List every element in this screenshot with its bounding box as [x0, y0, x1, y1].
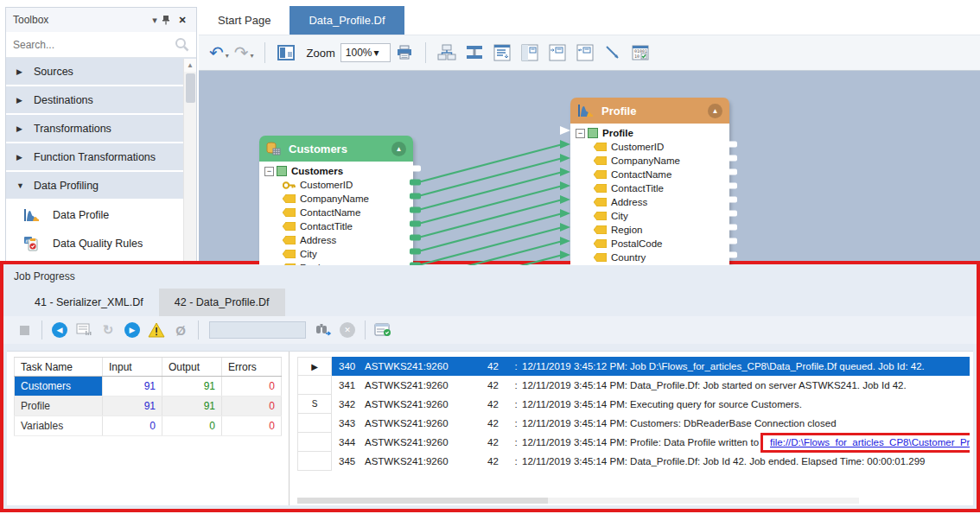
list-order-icon[interactable]: [491, 41, 513, 64]
field-contactname[interactable]: ContactName: [264, 206, 413, 219]
column-header-task-name[interactable]: Task Name: [14, 358, 103, 376]
field-region[interactable]: Region: [576, 223, 729, 237]
expand-all-icon[interactable]: [574, 41, 596, 64]
row-selector-cell[interactable]: [297, 433, 332, 452]
log-row-content[interactable]: 343ASTWKS241:926042:12/11/2019 3:45:14 P…: [332, 414, 970, 433]
log-detail-icon[interactable]: [73, 320, 94, 340]
toolbox-category-sources[interactable]: ▶Sources: [6, 58, 196, 86]
tree-root-profile[interactable]: −Profile: [576, 126, 729, 140]
toolbox-scrollbar[interactable]: ▲: [183, 59, 196, 263]
log-row-content[interactable]: 342ASTWKS241:926042:12/11/2019 3:45:14 P…: [332, 395, 970, 414]
auto-layout-icon[interactable]: [436, 41, 458, 64]
log-row-content[interactable]: 340ASTWKS241:926042:12/11/2019 3:45:12 P…: [332, 357, 970, 376]
log-row-345[interactable]: 345ASTWKS241:926042:12/11/2019 3:45:14 P…: [297, 452, 970, 471]
tab-start-page[interactable]: Start Page: [199, 6, 290, 35]
warning-filter-icon[interactable]: [146, 320, 167, 340]
field-customerid[interactable]: CustomerID: [264, 178, 413, 192]
log-row-340[interactable]: ▶340ASTWKS241:926042:12/11/2019 3:45:12 …: [297, 357, 970, 376]
tree-root-customers[interactable]: −Customers: [264, 164, 413, 178]
next-message-button[interactable]: ▶: [122, 320, 143, 340]
collapse-minus-icon[interactable]: −: [264, 167, 274, 176]
clear-search-button[interactable]: ✕: [337, 320, 358, 340]
flow-canvas[interactable]: Customers▲−CustomersCustomerIDCompanyNam…: [199, 71, 980, 265]
align-layout-icon[interactable]: [463, 41, 486, 64]
toolbox-category-destinations[interactable]: ▶Destinations: [6, 86, 196, 115]
redo-dropdown-icon[interactable]: ▾: [251, 52, 254, 60]
job-tab-41-serializer-xml-df[interactable]: 41 - Serializer_XML.Df: [19, 289, 159, 316]
row-selector-cell[interactable]: S: [297, 395, 332, 414]
field-customerid[interactable]: CustomerID: [576, 140, 729, 154]
log-row-content[interactable]: 345ASTWKS241:926042:12/11/2019 3:45:14 P…: [332, 452, 970, 471]
task-row-profile[interactable]: Profile91910: [14, 397, 282, 416]
zoom-select[interactable]: 100% ▾: [340, 43, 391, 62]
log-horizontal-scrollbar[interactable]: [297, 498, 859, 504]
collapse-minus-icon[interactable]: −: [576, 129, 585, 138]
prev-message-button[interactable]: ◀: [49, 320, 70, 340]
column-header-output[interactable]: Output: [162, 358, 222, 376]
column-header-input[interactable]: Input: [103, 358, 162, 376]
field-contactname[interactable]: ContactName: [576, 168, 729, 181]
stop-button[interactable]: [14, 320, 35, 340]
field-contacttitle[interactable]: ContactTitle: [576, 181, 729, 195]
window-menu-icon[interactable]: ▾: [148, 15, 162, 26]
log-row-342[interactable]: S342ASTWKS241:926042:12/11/2019 3:45:14 …: [297, 395, 970, 414]
search-input[interactable]: [13, 39, 175, 51]
print-icon[interactable]: [393, 41, 416, 64]
collapse-button[interactable]: ▲: [391, 142, 406, 156]
collapse-button[interactable]: ▲: [708, 104, 722, 118]
field-city[interactable]: City: [264, 247, 413, 261]
pin-icon[interactable]: [162, 15, 175, 25]
field-region[interactable]: Region: [264, 261, 413, 265]
log-row-content[interactable]: 341ASTWKS241:926042:12/11/2019 3:45:14 P…: [332, 376, 970, 395]
redo-icon[interactable]: ↷: [234, 44, 249, 61]
log-row-343[interactable]: 343ASTWKS241:926042:12/11/2019 3:45:14 P…: [297, 414, 970, 433]
field-city[interactable]: City: [576, 209, 729, 223]
row-selector-cell[interactable]: [297, 414, 332, 433]
toolbox-item-data-profile[interactable]: Data Profile: [6, 200, 196, 229]
toolbox-item-data-quality-rules[interactable]: ifData Quality Rules: [6, 229, 196, 257]
toolbox-category-transformations[interactable]: ▶Transformations: [6, 115, 196, 143]
field-address[interactable]: Address: [576, 195, 729, 209]
job-tab-42-data-profile-df[interactable]: 42 - Data_Profile.Df: [159, 289, 285, 316]
undo-dropdown-icon[interactable]: ▾: [226, 52, 229, 60]
log-row-344[interactable]: 344ASTWKS241:926042:12/11/2019 3:45:14 P…: [297, 433, 970, 452]
log-row-341[interactable]: 341ASTWKS241:926042:12/11/2019 3:45:14 P…: [297, 376, 970, 395]
profile-file-link[interactable]: file://D:\Flows_for_articles_CP8\Custome…: [770, 437, 970, 447]
node-customers[interactable]: Customers▲−CustomersCustomerIDCompanyNam…: [259, 136, 413, 265]
undo-icon[interactable]: ↶: [209, 44, 224, 61]
toolbox-category-function-transformations[interactable]: ▶Function Transformations: [6, 143, 196, 172]
node-profile[interactable]: Profile▲−ProfileCustomerIDCompanyNameCon…: [570, 98, 729, 265]
scroll-up-icon[interactable]: ▲: [184, 59, 196, 72]
find-next-icon[interactable]: [313, 320, 334, 340]
binary-settings-icon[interactable]: 0100110: [629, 41, 652, 64]
toolbox-category-data-profiling[interactable]: ▼Data Profiling: [6, 172, 196, 200]
scrollbar-thumb[interactable]: [186, 73, 195, 103]
task-name-cell[interactable]: Profile: [14, 397, 103, 416]
panel-layout-icon[interactable]: [275, 41, 297, 64]
zoom-dropdown-icon[interactable]: ▾: [374, 47, 384, 59]
field-contacttitle[interactable]: ContactTitle: [264, 219, 413, 233]
tab-data-profile-df[interactable]: Data_Profile.Df: [290, 6, 404, 35]
row-selector-cell[interactable]: [297, 376, 332, 395]
row-selector-cell[interactable]: [297, 452, 332, 471]
null-filter-icon[interactable]: Ø: [170, 320, 191, 340]
task-name-cell[interactable]: Variables: [14, 416, 103, 435]
refresh-icon[interactable]: ↻: [98, 320, 118, 340]
close-icon[interactable]: ✕: [175, 15, 189, 26]
field-country[interactable]: Country: [576, 251, 729, 264]
expand-node-icon[interactable]: [519, 41, 541, 64]
column-header-errors[interactable]: Errors: [222, 358, 282, 376]
field-companyname[interactable]: CompanyName: [264, 192, 413, 206]
current-row-arrow-icon[interactable]: ▶: [297, 357, 332, 376]
link-tool-icon[interactable]: [601, 41, 624, 64]
task-row-variables[interactable]: Variables000: [14, 416, 282, 436]
log-search-input[interactable]: [209, 321, 306, 339]
field-companyname[interactable]: CompanyName: [576, 154, 729, 168]
task-name-cell[interactable]: Customers: [14, 377, 103, 396]
field-address[interactable]: Address: [264, 233, 413, 247]
expand-inputs-icon[interactable]: [546, 41, 569, 64]
scrollbar-thumb[interactable]: [297, 498, 548, 504]
task-row-customers[interactable]: Customers91910: [14, 377, 282, 397]
field-postalcode[interactable]: PostalCode: [576, 237, 729, 251]
node-header[interactable]: Customers▲: [259, 136, 413, 162]
